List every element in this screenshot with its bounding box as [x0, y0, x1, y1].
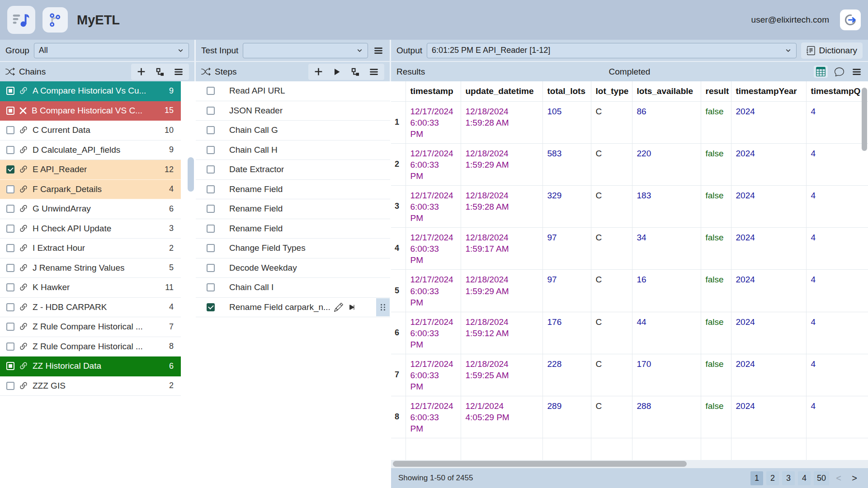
run-to-step-icon[interactable] — [347, 303, 356, 312]
add-step-button[interactable] — [313, 66, 324, 77]
step-list-item[interactable]: Rename Field carpark_n... — [196, 298, 390, 318]
step-list-item[interactable]: Change Field Types — [196, 239, 390, 258]
step-checkbox[interactable] — [207, 303, 215, 311]
results-horizontal-scrollbar[interactable] — [391, 460, 868, 468]
chain-list-item[interactable]: A Compare Historical Vs Cu... 9 — [0, 81, 181, 101]
chain-checkbox[interactable] — [6, 362, 14, 370]
chain-list-item[interactable]: Z Rule Compare Historical ... 8 — [0, 337, 181, 357]
chain-list-item[interactable]: Z - HDB CARPARK 4 — [0, 298, 181, 318]
chain-list-item[interactable]: B Compare Historical VS C... 15 — [0, 101, 181, 121]
results-vertical-scrollbar[interactable] — [861, 82, 868, 468]
chain-checkbox[interactable] — [6, 205, 14, 213]
chain-list-item[interactable]: C Current Data 10 — [0, 121, 181, 141]
chains-scrollbar[interactable] — [187, 81, 194, 396]
edit-step-icon[interactable] — [334, 303, 343, 312]
step-list-item[interactable]: Rename Field — [196, 180, 390, 200]
drag-handle[interactable] — [376, 298, 390, 317]
column-header[interactable]: timestampQ — [806, 81, 868, 101]
step-checkbox[interactable] — [207, 205, 215, 213]
chain-list-item[interactable]: E API_Reader 12 — [0, 160, 181, 180]
chain-checkbox[interactable] — [6, 264, 14, 272]
page-button-50[interactable]: 50 — [814, 471, 829, 485]
chain-list-item[interactable]: ZZZ GIS 2 — [0, 376, 181, 396]
table-row[interactable]: 112/17/2024 6:00:33 PM12/18/2024 1:59:28… — [391, 101, 868, 143]
column-header[interactable]: timestamp — [406, 81, 461, 101]
column-header[interactable]: result — [701, 81, 731, 101]
step-checkbox[interactable] — [207, 107, 215, 115]
chain-list-item[interactable]: H Check API Update 3 — [0, 219, 181, 239]
step-list-item[interactable]: Rename Field — [196, 199, 390, 219]
step-checkbox[interactable] — [207, 185, 215, 193]
page-button-2[interactable]: 2 — [766, 471, 779, 485]
column-header[interactable]: lot_type — [591, 81, 632, 101]
column-header[interactable]: total_lots — [542, 81, 591, 101]
column-header[interactable]: lots_available — [632, 81, 701, 101]
chain-list-item[interactable]: Z Rule Compare Historical ... 7 — [0, 317, 181, 337]
page-button-4[interactable]: 4 — [798, 471, 811, 485]
table-row[interactable]: 212/17/2024 6:00:33 PM12/18/2024 1:59:29… — [391, 143, 868, 185]
step-list-item[interactable]: Chain Call H — [196, 141, 390, 160]
table-row[interactable]: 412/17/2024 6:00:33 PM12/18/2024 1:59:17… — [391, 228, 868, 270]
step-checkbox[interactable] — [207, 146, 215, 154]
chain-checkbox[interactable] — [6, 225, 14, 233]
chain-checkbox[interactable] — [6, 323, 14, 331]
step-checkbox[interactable] — [207, 244, 215, 252]
step-checkbox[interactable] — [207, 165, 215, 174]
chain-list-item[interactable]: K Hawker 11 — [0, 278, 181, 298]
step-list-item[interactable]: Chain Call G — [196, 121, 390, 141]
step-hierarchy-button[interactable] — [349, 66, 361, 77]
table-row[interactable]: 612/17/2024 6:00:33 PM12/18/2024 1:59:12… — [391, 312, 868, 354]
step-list-item[interactable]: JSON Reader — [196, 101, 390, 121]
dictionary-button[interactable]: Dictionary — [801, 42, 863, 59]
branch-logo-button[interactable] — [42, 7, 68, 33]
comments-button[interactable] — [834, 66, 845, 77]
chain-checkbox[interactable] — [6, 382, 14, 390]
test-input-select[interactable] — [243, 43, 368, 58]
step-checkbox[interactable] — [207, 264, 215, 272]
step-list-item[interactable]: Date Extractor — [196, 160, 390, 180]
table-view-button[interactable] — [814, 66, 828, 78]
next-page-button[interactable]: > — [848, 471, 861, 485]
chain-checkbox[interactable] — [6, 283, 14, 291]
chain-checkbox[interactable] — [6, 244, 14, 252]
chain-checkbox[interactable] — [6, 165, 14, 174]
add-chain-button[interactable] — [136, 66, 147, 77]
chain-checkbox[interactable] — [6, 343, 14, 351]
group-select[interactable]: All — [34, 43, 189, 58]
chain-list-item[interactable]: D Calculate_API_fields 9 — [0, 141, 181, 160]
column-header[interactable]: timestampYear — [731, 81, 806, 101]
chains-scrollbar-thumb[interactable] — [188, 157, 194, 192]
page-button-1[interactable]: 1 — [750, 471, 763, 485]
chain-list-item[interactable]: ZZ Historical Data 6 — [0, 357, 181, 376]
test-input-menu-button[interactable] — [373, 45, 384, 56]
chain-checkbox[interactable] — [6, 126, 14, 134]
results-menu-button[interactable] — [851, 66, 863, 78]
step-checkbox[interactable] — [207, 87, 215, 95]
results-hscrollbar-thumb[interactable] — [393, 461, 687, 467]
chain-hierarchy-button[interactable] — [154, 66, 165, 77]
column-header[interactable]: update_datetime — [461, 81, 542, 101]
page-button-3[interactable]: 3 — [782, 471, 795, 485]
logout-button[interactable] — [840, 9, 861, 30]
step-list-item[interactable]: Read API URL — [196, 81, 390, 101]
run-steps-button[interactable] — [331, 66, 342, 77]
table-row[interactable]: 312/17/2024 6:00:33 PM12/18/2024 1:59:28… — [391, 185, 868, 227]
chain-list-item[interactable]: G UnwindArray 6 — [0, 199, 181, 219]
step-list-item[interactable]: Chain Call I — [196, 278, 390, 298]
chain-checkbox[interactable] — [6, 185, 14, 193]
step-list-item[interactable]: Decode Weekday — [196, 258, 390, 278]
output-select[interactable]: 6:01:25 PM E API_Reader [1-12] — [427, 43, 796, 58]
chains-menu-button[interactable] — [173, 66, 184, 78]
chain-checkbox[interactable] — [6, 303, 14, 311]
step-checkbox[interactable] — [207, 225, 215, 233]
table-row[interactable]: 812/17/2024 6:00:33 PM12/1/2024 4:05:29 … — [391, 396, 868, 438]
results-vscrollbar-thumb[interactable] — [862, 88, 867, 151]
chain-checkbox[interactable] — [6, 146, 14, 154]
table-row[interactable]: 512/17/2024 6:00:33 PM12/18/2024 1:59:29… — [391, 270, 868, 312]
step-checkbox[interactable] — [207, 126, 215, 134]
chain-list-item[interactable]: I Extract Hour 2 — [0, 239, 181, 258]
step-list-item[interactable]: Rename Field — [196, 219, 390, 239]
step-checkbox[interactable] — [207, 283, 215, 291]
table-row[interactable]: 712/17/2024 6:00:33 PM12/18/2024 1:59:25… — [391, 354, 868, 396]
app-logo-button[interactable] — [7, 6, 35, 34]
